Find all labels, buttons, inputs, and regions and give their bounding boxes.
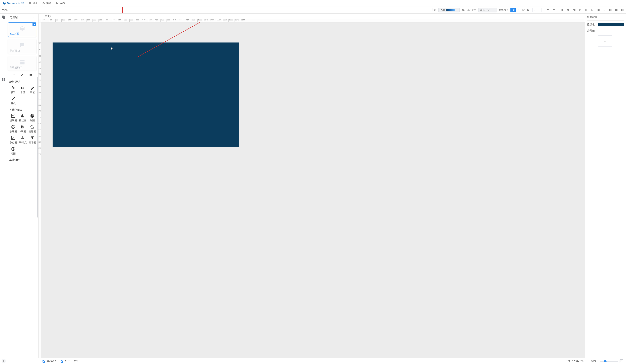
ruler-tick: 560 — [39, 129, 41, 131]
ruler-tick: 600 — [136, 19, 139, 22]
ruler-toggle[interactable]: 标尺 — [61, 359, 70, 363]
align-left-button[interactable] — [560, 8, 564, 12]
bgcolor-label: 背景色 — [587, 23, 596, 26]
ruler-tick: 440 — [111, 19, 115, 22]
tool-flow[interactable]: 水流 — [18, 85, 27, 95]
same-size-button[interactable] — [620, 8, 625, 12]
canvas-viewport[interactable] — [41, 22, 585, 358]
tool-candle[interactable]: K线图 — [18, 124, 27, 134]
ruler-tick: 680 — [39, 148, 41, 150]
ruler-tick: 240 — [80, 19, 84, 22]
ruler-tick: 1080 — [210, 19, 214, 22]
state-s2[interactable]: S2 — [521, 8, 526, 12]
tool-line[interactable]: 直线 — [9, 96, 18, 106]
tool-scatter3d[interactable]: 3D散点 — [18, 135, 27, 145]
ruler-tick: 1280 — [241, 19, 245, 22]
menu-preview[interactable]: 预览 — [42, 1, 51, 5]
zoom-slider-thumb[interactable] — [604, 360, 607, 363]
state-s0[interactable]: S0 — [510, 8, 516, 12]
tool-linechart[interactable]: 折线图 — [9, 113, 18, 123]
mouse-cursor-icon — [111, 47, 114, 50]
page-card-label: 子画面(0) — [10, 49, 35, 53]
menu-settings[interactable]: 设置 — [29, 1, 38, 5]
right-panel-title: 页面设置 — [587, 15, 624, 21]
tool-pipe[interactable]: 管道 — [9, 85, 18, 95]
edit-page-button[interactable] — [21, 73, 24, 77]
device-select[interactable]: 电脑端 — [8, 15, 36, 20]
zoom-fit-button[interactable] — [620, 359, 623, 363]
layout-icon — [19, 59, 26, 65]
ruler-tick: 920 — [185, 19, 189, 22]
ruler-checkbox[interactable] — [61, 360, 63, 363]
theme-select[interactable]: 亮蓝 — [438, 8, 460, 12]
bgimg-add-button[interactable]: ＋ — [598, 35, 612, 47]
state-s1[interactable]: S1 — [516, 8, 521, 12]
ruler-tick: 880 — [179, 19, 183, 22]
align-top-button[interactable] — [578, 8, 582, 12]
editor-tab-main[interactable]: 主页面 — [41, 14, 56, 19]
tool-rose[interactable]: 玫瑰图 — [9, 124, 18, 134]
page-folder-button[interactable] — [29, 73, 32, 77]
align-hcenter-button[interactable] — [566, 8, 570, 12]
vertical-ruler[interactable]: 0408012016020024028032036040044048052056… — [39, 22, 41, 358]
tool-pie[interactable]: 饼图 — [28, 113, 37, 123]
chevron-down-icon — [33, 16, 35, 18]
editor-tabstrip: 主页面 — [39, 14, 585, 19]
menu-publish[interactable]: 发布 — [56, 1, 65, 5]
state-s3[interactable]: S3 — [526, 8, 531, 12]
canvas-area: 主页面 040801201602002402803203604004404805… — [39, 14, 585, 358]
lang-select[interactable]: 简体中文 — [478, 8, 497, 12]
tool-brush[interactable]: 画笔 — [28, 85, 37, 95]
autoalign-checkbox[interactable] — [42, 360, 45, 363]
project-name: web — [2, 8, 8, 12]
align-right-button[interactable] — [572, 8, 576, 12]
ruler-tick: 1120 — [216, 19, 221, 22]
svg-point-5 — [14, 138, 14, 138]
undo-button[interactable] — [546, 8, 550, 12]
left-scrollbar[interactable] — [37, 77, 38, 217]
page-card-nav[interactable]: 导航模板(1) — [8, 56, 36, 70]
menubar: Haiwell 海为® 设置 预览 发布 — [0, 0, 626, 6]
align-bottom-button[interactable] — [590, 8, 594, 12]
box-icon — [19, 26, 26, 32]
zoom-slider[interactable] — [600, 361, 618, 362]
same-width-button[interactable] — [608, 8, 612, 12]
svg-point-3 — [12, 138, 13, 138]
pages-panel-icon[interactable] — [1, 15, 6, 19]
dialog-icon — [19, 42, 26, 48]
collapse-left-handle[interactable]: || — [1, 359, 6, 363]
state-label: 整体状态 — [499, 8, 509, 12]
redo-button[interactable] — [552, 8, 556, 12]
page-card-sub[interactable]: 子画面(0) — [8, 39, 36, 54]
page-card-label: 导航模板(1) — [10, 66, 35, 69]
page-card-main[interactable]: 1:主页面 — [8, 22, 36, 37]
tool-map[interactable]: 地图 — [9, 146, 18, 156]
same-height-button[interactable] — [614, 8, 618, 12]
add-page-button[interactable] — [12, 73, 15, 77]
lang-settings-icon[interactable] — [462, 8, 465, 11]
tool-funnel[interactable]: 漏斗图 — [28, 135, 37, 145]
components-panel-icon[interactable] — [1, 78, 6, 82]
tool-radar[interactable]: 雷达图 — [28, 124, 37, 134]
ruler-tick: 1040 — [204, 19, 208, 22]
ruler-tick: 120 — [61, 19, 65, 22]
horizontal-ruler[interactable]: 0408012016020024028032036040044048052056… — [41, 19, 585, 22]
autoalign-toggle[interactable]: 自动对齐 — [42, 359, 57, 363]
ruler-tick: 720 — [39, 154, 41, 156]
theme-label: 主题 — [431, 8, 436, 12]
bgcolor-swatch[interactable] — [598, 23, 624, 26]
tool-scatter[interactable]: 散点图 — [9, 135, 18, 145]
tool-barchart[interactable]: 柱状图 — [18, 113, 27, 123]
distribute-h-button[interactable] — [596, 8, 600, 12]
chevron-down-icon — [493, 9, 495, 11]
eye-icon — [42, 1, 45, 5]
ruler-tick: 640 — [39, 141, 41, 143]
more-button[interactable]: 更多 — [74, 359, 81, 363]
distribute-v-button[interactable] — [602, 8, 606, 12]
ruler-tick: 400 — [105, 19, 108, 22]
state-input[interactable] — [533, 8, 542, 12]
page-stage[interactable] — [53, 42, 239, 147]
ruler-tick: 240 — [39, 80, 41, 82]
brand-name: Haiwell — [7, 1, 17, 5]
align-vcenter-button[interactable] — [584, 8, 588, 12]
